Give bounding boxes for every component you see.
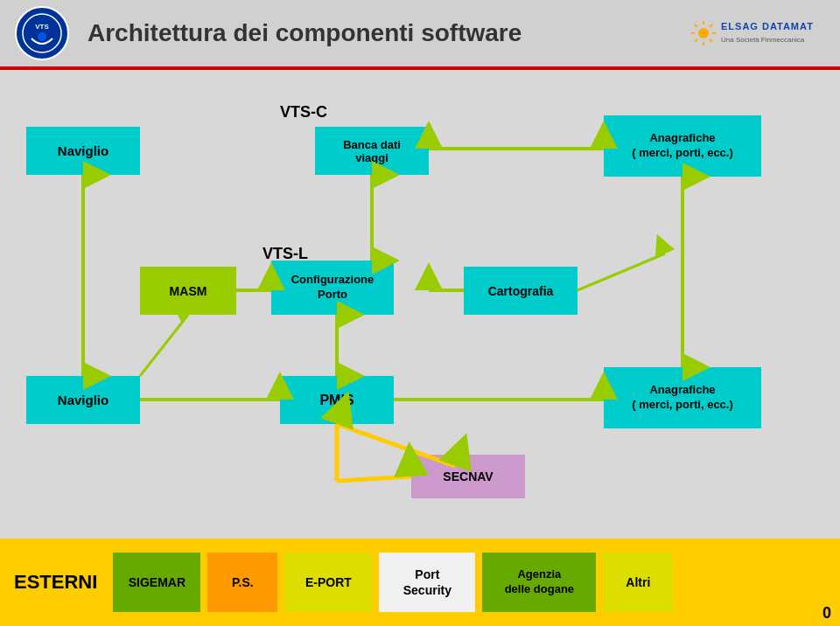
- svg-line-9: [695, 24, 697, 27]
- header: VTS Architettura dei componenti software…: [0, 0, 840, 70]
- banca-dati-box: Banca dati viaggi: [315, 127, 429, 175]
- cartografia-box: Cartografia: [464, 267, 578, 315]
- logo: VTS: [14, 5, 70, 61]
- agenzia-box: Agenziadelle dogane: [482, 553, 596, 612]
- architecture-diagram: VTS-C VTS-L Naviglio Banca dati viaggi A…: [0, 79, 840, 568]
- brand: ELSAG DATAMAT Una Società Finmeccanica: [686, 14, 826, 53]
- svg-line-34: [578, 254, 665, 290]
- vtsc-label: VTS-C: [280, 103, 327, 122]
- esterni-bar: ESTERNI SIGEMAR P.S. E-PORT PortSecurity…: [0, 539, 840, 626]
- sigemar-box: SIGEMAR: [113, 553, 200, 612]
- svg-point-4: [698, 28, 709, 38]
- anagrafiche-bottom-box: Anagrafiche( merci, porti, ecc.): [604, 367, 761, 428]
- esterni-label: ESTERNI: [14, 571, 97, 594]
- main-content: VTS-C VTS-L Naviglio Banca dati viaggi A…: [0, 70, 840, 626]
- eport-box: E-PORT: [284, 553, 372, 612]
- naviglio-bottom-box: Naviglio: [26, 376, 140, 424]
- secnav-box: SECNAV: [411, 455, 525, 498]
- svg-line-11: [695, 39, 697, 42]
- page-title: Architettura dei componenti software: [88, 19, 686, 47]
- altri-box: Altri: [603, 553, 673, 612]
- svg-point-3: [38, 32, 46, 41]
- svg-line-33: [140, 315, 188, 376]
- svg-text:Una Società Finmeccanica: Una Società Finmeccanica: [721, 36, 805, 44]
- port-security-box: PortSecurity: [379, 553, 475, 612]
- svg-text:ELSAG DATAMAT: ELSAG DATAMAT: [721, 21, 814, 31]
- ps-box: P.S.: [207, 553, 277, 612]
- configurazione-box: ConfigurazionePorto: [271, 261, 394, 315]
- pmis-box: PMIS: [280, 376, 394, 424]
- svg-line-10: [710, 24, 712, 27]
- svg-text:VTS: VTS: [35, 23, 49, 31]
- masm-box: MASM: [140, 267, 236, 315]
- page-number: 0: [822, 604, 831, 623]
- naviglio-top-box: Naviglio: [26, 127, 140, 175]
- anagrafiche-top-box: Anagrafiche( merci, porti, ecc.): [604, 115, 761, 177]
- svg-line-32: [337, 476, 411, 481]
- svg-line-12: [710, 39, 712, 42]
